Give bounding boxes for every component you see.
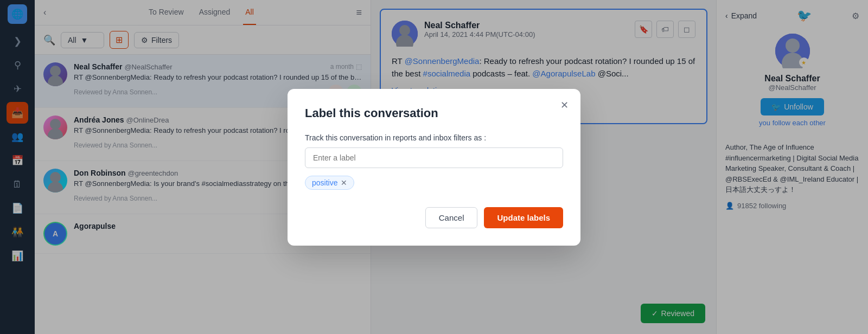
modal-overlay[interactable]: ✕ Label this conversation Track this con… — [0, 0, 868, 334]
update-labels-button[interactable]: Update labels — [484, 207, 563, 228]
cancel-button[interactable]: Cancel — [425, 207, 478, 228]
modal-footer: Cancel Update labels — [305, 207, 563, 228]
tag-remove-button[interactable]: ✕ — [341, 178, 347, 187]
modal-title: Label this conversation — [305, 106, 563, 120]
modal-description: Track this conversation in reports and i… — [305, 133, 563, 142]
modal-tags: positive ✕ — [305, 176, 563, 190]
modal-close-button[interactable]: ✕ — [557, 98, 572, 113]
tag-label: positive — [312, 178, 337, 187]
tag-positive: positive ✕ — [305, 176, 354, 190]
label-conversation-modal: ✕ Label this conversation Track this con… — [288, 89, 580, 246]
label-input[interactable] — [305, 147, 563, 168]
